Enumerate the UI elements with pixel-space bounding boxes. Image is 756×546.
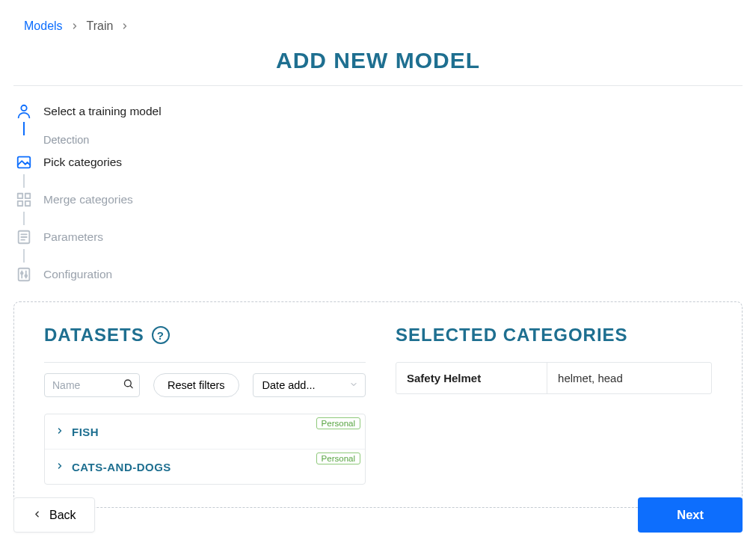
dataset-item[interactable]: FISH Personal <box>45 414 365 450</box>
datasets-heading-text: DATASETS <box>44 325 144 346</box>
sliders-icon <box>15 266 33 283</box>
content-panel: DATASETS ? Reset filters Date add... <box>13 301 743 508</box>
svg-point-14 <box>25 274 27 277</box>
svg-rect-5 <box>25 201 30 206</box>
svg-rect-3 <box>25 194 30 198</box>
dataset-badge: Personal <box>316 453 360 464</box>
datasets-heading: DATASETS ? <box>44 325 366 346</box>
step-connector <box>23 174 25 188</box>
step-connector <box>23 122 25 135</box>
svg-rect-2 <box>18 194 22 198</box>
datasets-column: DATASETS ? Reset filters Date add... <box>44 325 366 485</box>
chevron-down-icon <box>349 378 358 392</box>
chevron-right-icon <box>120 22 129 31</box>
chevron-right-icon <box>55 460 64 473</box>
chevron-left-icon <box>32 509 42 522</box>
search-wrap <box>44 373 140 397</box>
person-icon <box>15 102 33 120</box>
list-icon <box>15 228 33 246</box>
selected-column: SELECTED CATEGORIES Safety Helmet helmet… <box>396 325 712 485</box>
next-button[interactable]: Next <box>638 497 743 521</box>
breadcrumb: Models Train <box>24 19 743 33</box>
svg-line-16 <box>130 386 132 388</box>
step-merge-categories[interactable]: Merge categories <box>15 188 743 212</box>
step-connector <box>23 212 25 225</box>
breadcrumb-current: Train <box>87 19 114 33</box>
step-label: Select a training model <box>43 105 162 118</box>
chevron-right-icon <box>70 22 79 31</box>
step-select-model[interactable]: Select a training model <box>15 99 743 123</box>
dataset-name: CATS-AND-DOGS <box>72 461 171 473</box>
merge-icon <box>15 191 33 209</box>
svg-rect-10 <box>19 269 30 281</box>
step-label: Merge categories <box>43 193 133 206</box>
reset-filters-button[interactable]: Reset filters <box>153 373 239 397</box>
filter-row: Reset filters Date add... <box>44 373 366 397</box>
step-pick-categories[interactable]: Pick categories <box>15 150 743 174</box>
divider <box>13 85 743 86</box>
svg-point-12 <box>21 272 23 274</box>
step-parameters[interactable]: Parameters <box>15 225 743 249</box>
back-button[interactable]: Back <box>13 497 95 521</box>
breadcrumb-root-link[interactable]: Models <box>24 19 63 33</box>
selected-category-name: Safety Helmet <box>396 363 547 393</box>
svg-point-0 <box>21 105 26 111</box>
step-sublabel: Detection <box>43 134 743 150</box>
dataset-name: FISH <box>72 426 99 438</box>
selected-category-row: Safety Helmet helmet, head <box>396 362 712 394</box>
stepper: Select a training model Detection Pick c… <box>13 99 743 286</box>
chevron-right-icon <box>55 425 64 438</box>
step-connector <box>23 249 25 263</box>
step-configuration[interactable]: Configuration <box>15 263 743 286</box>
help-icon[interactable]: ? <box>152 326 170 344</box>
search-icon <box>123 378 134 393</box>
step-label: Configuration <box>43 268 112 281</box>
dataset-badge: Personal <box>316 417 360 429</box>
selected-heading-text: SELECTED CATEGORIES <box>396 325 628 346</box>
page-title: ADD NEW MODEL <box>13 48 743 73</box>
back-button-label: Back <box>49 509 76 522</box>
selected-heading: SELECTED CATEGORIES <box>396 325 712 346</box>
svg-rect-4 <box>18 201 22 206</box>
dataset-item[interactable]: CATS-AND-DOGS Personal <box>45 450 365 484</box>
step-label: Parameters <box>43 230 103 244</box>
image-icon <box>15 153 33 171</box>
selected-category-values: helmet, head <box>547 363 711 393</box>
divider <box>44 362 366 363</box>
dataset-list: FISH Personal CATS-AND-DOGS Personal <box>44 414 366 485</box>
step-label: Pick categories <box>43 156 122 169</box>
